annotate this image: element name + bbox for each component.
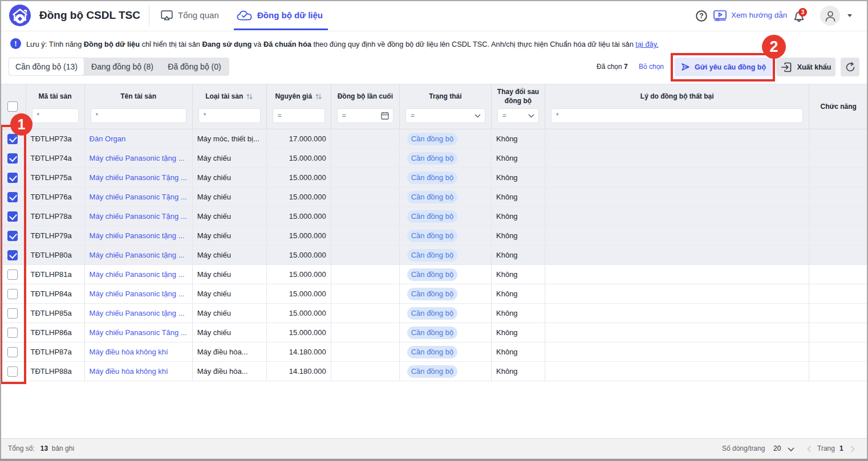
svg-text:?: ? [699,12,703,20]
